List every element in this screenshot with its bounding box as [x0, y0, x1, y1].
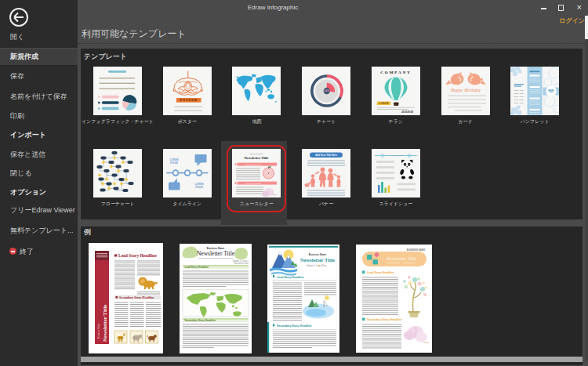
svg-text:Volume 1, Issue 1: Volume 1, Issue 1 [307, 264, 323, 267]
svg-text:Secondary Story Headline: Secondary Story Headline [119, 295, 154, 299]
svg-text:Business Name: Business Name [250, 153, 263, 155]
svg-text:Secondary Story Headline: Secondary Story Headline [367, 318, 402, 321]
svg-text:Happy Birthday: Happy Birthday [449, 88, 481, 92]
svg-text:Newsletter Title: Newsletter Title [386, 256, 416, 261]
svg-text:Lead Story Headline: Lead Story Headline [277, 276, 304, 279]
svg-text:Secondary Story Headline: Secondary Story Headline [185, 319, 216, 322]
svg-text:Newsletter Date: Newsletter Date [234, 262, 249, 265]
svg-text:Lorem ipsum dolor: Lorem ipsum dolor [245, 164, 261, 166]
svg-text:LOREM: LOREM [379, 102, 388, 105]
svg-text:Add Your Title Here: Add Your Title Here [388, 154, 404, 156]
svg-text:Business Name: Business Name [207, 247, 225, 250]
svg-text:Newsletter Title: Newsletter Title [102, 305, 108, 342]
svg-text:IPSUM: IPSUM [170, 161, 178, 165]
svg-text:25%: 25% [325, 89, 330, 92]
svg-text:Business Name: Business Name [97, 323, 100, 339]
svg-text:Newsletter Title: Newsletter Title [197, 250, 235, 257]
svg-text:2016/9/18: 2016/9/18 [401, 111, 413, 114]
svg-text:COMPANY: COMPANY [380, 71, 412, 74]
svg-text:Add Your Title Here: Add Your Title Here [315, 154, 337, 157]
svg-text:Date: Date [322, 264, 327, 267]
svg-text:Lead Story Headline: Lead Story Headline [185, 266, 209, 269]
svg-text:Business Name: Business Name [309, 253, 327, 256]
svg-text:Newsletter Title: Newsletter Title [245, 156, 269, 160]
svg-text:Lead Story Headline: Lead Story Headline [367, 271, 394, 274]
svg-text:Lead Story Headline: Lead Story Headline [118, 253, 157, 258]
svg-text:IPSUM: IPSUM [195, 186, 203, 189]
svg-text:Lorem ipsum dolor: Lorem ipsum dolor [245, 183, 261, 185]
svg-text:Newsletter Title: Newsletter Title [300, 257, 335, 263]
svg-text:POSTER: POSTER [180, 98, 198, 102]
svg-text:BUSINESS NAME: BUSINESS NAME [407, 248, 425, 252]
svg-text:Secondary Story Headline: Secondary Story Headline [277, 324, 312, 328]
